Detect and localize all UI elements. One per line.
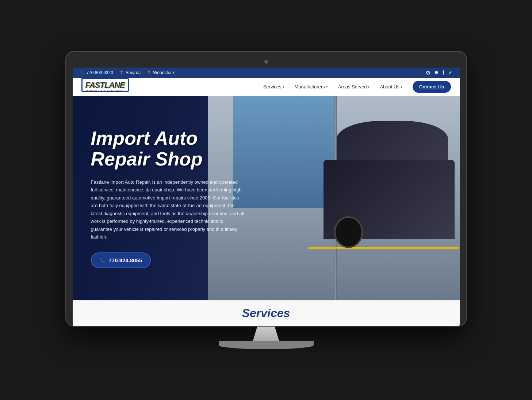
facebook-icon[interactable]: f: [443, 70, 444, 76]
contact-us-button[interactable]: Contact Us: [413, 81, 451, 93]
nav-about-us[interactable]: About Us ▾: [380, 84, 402, 89]
section-bottom: Services: [73, 300, 460, 326]
location1-icon: 📍: [119, 71, 124, 75]
hero-title: Import Auto Repair Shop: [91, 128, 267, 169]
services-arrow: ▾: [283, 85, 284, 89]
phone-number: 770.803.6320: [87, 70, 113, 75]
monitor-screen: 📞 770.803.6320 📍 Smyrna 📍 Woodstock G ✳ …: [73, 68, 460, 326]
hero-title-line1: Import Auto: [91, 127, 198, 149]
areas-served-arrow: ▾: [368, 85, 370, 89]
about-us-arrow: ▾: [401, 85, 402, 89]
car-wheel-back: [334, 216, 363, 248]
hero-content: Import Auto Repair Shop Fastlane Import …: [73, 96, 286, 300]
monitor-stand-base: [219, 341, 314, 349]
hero-section: Import Auto Repair Shop Fastlane Import …: [73, 96, 460, 300]
location1-text: Smyrna: [126, 70, 141, 75]
phone-icon: 📞: [80, 71, 85, 75]
yelp-icon[interactable]: ✳: [435, 70, 438, 75]
monitor-bezel-top: [73, 58, 460, 65]
top-bar-social: G ✳ f ✓: [426, 70, 452, 76]
car-top: [337, 121, 448, 166]
monitor-stand-neck: [244, 327, 288, 341]
hero-description: Fastlane Import Auto Repair, is an indep…: [91, 178, 244, 241]
lift-arm: [309, 247, 459, 249]
hero-phone-icon: 📞: [100, 258, 106, 263]
navbar: FASTLANE IMPORT AUTO REPAIR Services ▾ M…: [73, 78, 460, 96]
logo-container[interactable]: FASTLANE IMPORT AUTO REPAIR: [81, 81, 129, 92]
hero-phone-button[interactable]: 📞 770.924.8055: [91, 252, 151, 268]
monitor-camera: [264, 60, 268, 64]
top-bar-left: 📞 770.803.6320 📍 Smyrna 📍 Woodstock: [80, 70, 175, 75]
location2-text: Woodstock: [153, 70, 175, 75]
nav-services[interactable]: Services ▾: [263, 84, 284, 89]
top-bar: 📞 770.803.6320 📍 Smyrna 📍 Woodstock G ✳ …: [73, 68, 460, 78]
nav-manufacturers[interactable]: Manufacturers ▾: [295, 84, 328, 89]
car-body: [324, 126, 454, 239]
section-title-preview: Services: [242, 306, 290, 320]
hero-title-line2: Repair Shop: [91, 148, 203, 169]
logo-sub: IMPORT AUTO REPAIR: [81, 89, 129, 92]
location2-icon: 📍: [146, 71, 152, 75]
check-icon: ✓: [448, 70, 452, 75]
nav-areas-served[interactable]: Areas Served ▾: [338, 84, 370, 89]
nav-links: Services ▾ Manufacturers ▾ Areas Served …: [263, 81, 451, 93]
top-bar-location1[interactable]: 📍 Smyrna: [119, 70, 141, 75]
hero-phone-number: 770.924.8055: [109, 257, 142, 263]
top-bar-phone[interactable]: 📞 770.803.6320: [80, 70, 113, 75]
top-bar-location2[interactable]: 📍 Woodstock: [146, 70, 175, 75]
monitor-shell: 📞 770.803.6320 📍 Smyrna 📍 Woodstock G ✳ …: [65, 51, 467, 327]
manufacturers-arrow: ▾: [326, 85, 328, 89]
google-icon[interactable]: G: [426, 70, 430, 76]
